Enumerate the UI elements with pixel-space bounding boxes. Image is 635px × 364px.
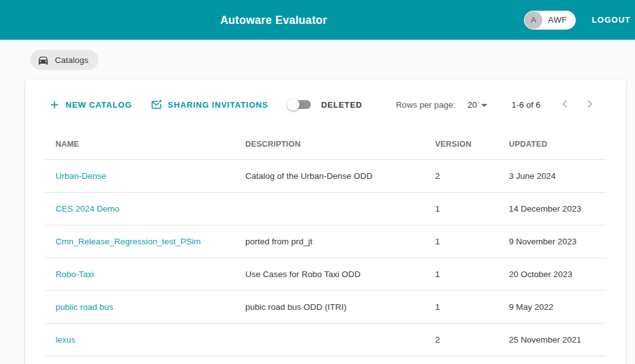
sharing-invitations-button[interactable]: SHARING INVITATIONS: [146, 94, 273, 115]
cell-version: 2: [425, 335, 499, 344]
previous-page-button[interactable]: [557, 96, 573, 113]
cell-version: 1: [425, 237, 499, 246]
deleted-toggle-group: DELETED: [287, 98, 362, 111]
column-header-version: VERSION: [425, 140, 499, 149]
cell-name: lexus: [45, 335, 235, 344]
car-icon: [37, 54, 49, 66]
avatar: A: [525, 11, 542, 29]
cell-updated: 20 October 2023: [499, 270, 606, 279]
cell-description: Use Cases for Robo Taxi ODD: [235, 270, 425, 279]
table-row: public road buspubic road bus ODD (ITRI)…: [45, 291, 606, 324]
cell-description: pubic road bus ODD (ITRI): [235, 302, 425, 312]
cell-updated: 14 December 2023: [499, 204, 606, 213]
mail-unread-icon: [151, 99, 162, 110]
new-catalog-label: NEW CATALOG: [66, 100, 132, 110]
page-range-label: 1-6 of 6: [511, 100, 540, 110]
table-row: Urban-DenseCatalog of the Urban-Dense OD…: [45, 160, 606, 193]
cell-description: ported from prd_jt: [235, 237, 425, 246]
column-header-name: NAME: [45, 140, 235, 149]
cell-updated: 9 May 2022: [499, 302, 606, 312]
chevron-down-icon: [481, 104, 487, 107]
logout-button[interactable]: LOGOUT: [591, 15, 631, 25]
catalog-link[interactable]: public road bus: [55, 302, 114, 312]
cell-version: 1: [425, 302, 499, 312]
table-row: CES 2024 Demo114 December 2023: [45, 193, 606, 225]
cell-name: Urban-Dense: [45, 171, 235, 181]
table-row: Cmn_Release_Regression_test_PSimported f…: [45, 225, 606, 258]
cell-version: 1: [425, 270, 499, 279]
table-header-row: NAMEDESCRIPTIONVERSIONUPDATED: [45, 129, 606, 160]
catalog-link[interactable]: Urban-Dense: [55, 171, 106, 181]
cell-description: Catalog of the Urban-Dense ODD: [235, 171, 425, 181]
column-header-description: DESCRIPTION: [235, 140, 425, 149]
breadcrumb-catalogs[interactable]: Catalogs: [30, 50, 98, 70]
cell-updated: 3 June 2024: [499, 171, 606, 181]
table-row: Robo-TaxiUse Cases for Robo Taxi ODD120 …: [45, 258, 606, 291]
catalogs-table: NAMEDESCRIPTIONVERSIONUPDATED Urban-Dens…: [45, 129, 606, 356]
cell-updated: 9 November 2023: [499, 237, 606, 246]
cell-updated: 25 November 2021: [499, 335, 606, 344]
sharing-invitations-label: SHARING INVITATIONS: [168, 100, 268, 110]
rows-per-page-select[interactable]: 20: [467, 100, 487, 110]
cell-version: 1: [425, 204, 499, 213]
breadcrumb-label: Catalogs: [55, 55, 88, 65]
catalogs-toolbar: NEW CATALOG SHARING INVITATIONS DELETED …: [25, 80, 626, 129]
rows-per-page-value: 20: [467, 100, 477, 110]
catalogs-card: NEW CATALOG SHARING INVITATIONS DELETED …: [25, 80, 626, 364]
app-title: Autoware Evaluator: [220, 13, 327, 26]
user-chip-label: AWF: [548, 15, 567, 25]
cell-name: public road bus: [45, 302, 235, 312]
toggle-thumb: [287, 98, 300, 111]
catalog-link[interactable]: CES 2024 Demo: [55, 204, 119, 213]
catalog-link[interactable]: Cmn_Release_Regression_test_PSim: [55, 237, 201, 246]
app-header: Autoware Evaluator A AWF LOGOUT: [0, 0, 635, 40]
cell-name: Robo-Taxi: [45, 270, 235, 279]
cell-name: Cmn_Release_Regression_test_PSim: [45, 237, 235, 246]
cell-version: 2: [425, 171, 499, 181]
catalog-link[interactable]: Robo-Taxi: [55, 270, 94, 279]
cell-name: CES 2024 Demo: [45, 204, 235, 213]
catalog-link[interactable]: lexus: [55, 335, 76, 344]
deleted-toggle-label: DELETED: [321, 100, 362, 110]
plus-icon: [49, 100, 60, 110]
column-header-updated: UPDATED: [499, 140, 606, 149]
header-actions: A AWF LOGOUT: [524, 0, 631, 40]
deleted-toggle[interactable]: [287, 98, 311, 111]
table-body: Urban-DenseCatalog of the Urban-Dense OD…: [45, 160, 606, 356]
next-page-button[interactable]: [582, 96, 597, 113]
new-catalog-button[interactable]: NEW CATALOG: [44, 94, 137, 115]
user-chip[interactable]: A AWF: [524, 11, 576, 30]
table-row: lexus225 November 2021: [45, 324, 606, 356]
rows-per-page-label: Rows per page:: [396, 100, 456, 110]
pagination: Rows per page: 20 1-6 of 6: [396, 96, 597, 113]
